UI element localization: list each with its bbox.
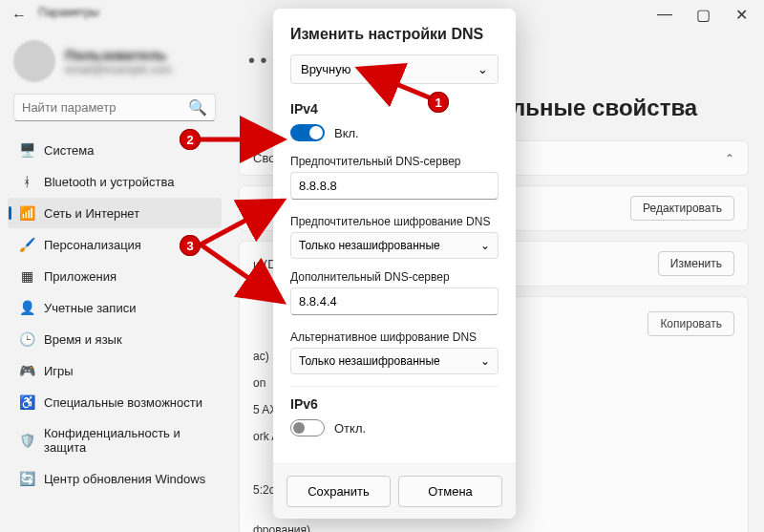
divider xyxy=(290,386,499,387)
search-input[interactable] xyxy=(22,100,188,115)
back-button[interactable]: ← xyxy=(0,2,38,29)
sidebar-item-label: Специальные возможности xyxy=(44,395,202,410)
minimize-icon: — xyxy=(657,6,672,23)
maximize-icon: ▢ xyxy=(696,6,711,24)
update-icon: 🔄 xyxy=(19,471,34,486)
ipv4-toggle[interactable] xyxy=(290,124,325,141)
sidebar-item-apps[interactable]: ▦Приложения xyxy=(8,261,222,291)
sidebar-item-label: Игры xyxy=(44,364,74,378)
ipv4-toggle-label: Вкл. xyxy=(334,126,359,140)
accounts-icon: 👤 xyxy=(19,300,34,315)
avatar xyxy=(13,40,55,82)
sidebar-item-update[interactable]: 🔄Центр обновления Windows xyxy=(8,463,222,494)
network-icon: 📶 xyxy=(19,205,34,221)
sidebar-item-label: Система xyxy=(44,143,94,158)
select-value: Только незашифрованные xyxy=(299,354,440,368)
cancel-button[interactable]: Отмена xyxy=(398,476,502,507)
dns-mode-combo[interactable]: Вручную ⌄ xyxy=(290,54,499,84)
sidebar-item-accounts[interactable]: 👤Учетные записи xyxy=(8,292,222,323)
chevron-down-icon: ⌄ xyxy=(480,354,490,368)
search-box[interactable]: 🔍 xyxy=(13,94,216,121)
bluetooth-icon: ᚼ xyxy=(19,174,34,189)
sidebar-item-access[interactable]: ♿Специальные возможности xyxy=(8,387,222,417)
time-icon: 🕒 xyxy=(19,331,34,347)
chevron-down-icon: ⌄ xyxy=(478,62,488,76)
privacy-icon: 🛡️ xyxy=(19,433,34,448)
select-value: Только незашифрованные xyxy=(299,239,440,252)
maximize-button[interactable]: ▢ xyxy=(684,1,722,28)
annotation-badge-3: 3 xyxy=(180,235,201,256)
sidebar-item-label: Приложения xyxy=(44,269,117,284)
annotation-badge-2: 2 xyxy=(180,129,201,150)
detail-label: фрования) xyxy=(253,523,310,532)
sidebar-item-games[interactable]: 🎮Игры xyxy=(8,355,222,386)
sidebar-item-label: Время и язык xyxy=(44,332,122,347)
back-icon: ← xyxy=(11,7,27,24)
games-icon: 🎮 xyxy=(19,363,34,378)
sidebar-nav: 🖥️СистемаᚼBluetooth и устройства📶Сеть и … xyxy=(8,135,222,494)
sidebar-item-bluetooth[interactable]: ᚼBluetooth и устройства xyxy=(8,166,222,197)
window-title: Параметры xyxy=(38,6,99,19)
system-icon: 🖥️ xyxy=(19,142,34,158)
detail-label: ас) xyxy=(253,350,269,363)
sidebar-item-label: Персонализация xyxy=(44,238,141,252)
sidebar-item-label: Bluetooth и устройства xyxy=(44,175,174,189)
combo-value: Вручную xyxy=(301,62,350,76)
close-button[interactable]: ✕ xyxy=(722,1,760,28)
search-icon: 🔍 xyxy=(188,98,207,117)
dialog-title: Изменить настройки DNS xyxy=(290,26,499,43)
primary-enc-select[interactable]: Только незашифрованные ⌄ xyxy=(290,232,499,259)
chevron-down-icon: ⌄ xyxy=(480,239,490,252)
sidebar-item-label: Учетные записи xyxy=(44,301,136,315)
change-button[interactable]: Изменить xyxy=(658,251,734,276)
primary-dns-label: Предпочтительный DNS-сервер xyxy=(290,155,499,168)
sidebar-item-privacy[interactable]: 🛡️Конфиденциальность и защита xyxy=(8,418,222,462)
sidebar-item-label: Конфиденциальность и защита xyxy=(44,426,210,455)
profile-mail: email@example.com xyxy=(65,63,172,76)
ipv6-toggle-label: Откл. xyxy=(334,421,366,436)
sidebar-item-network[interactable]: 📶Сеть и Интернет xyxy=(8,198,222,228)
primary-enc-label: Предпочтительное шифрование DNS xyxy=(290,215,499,228)
sidebar-item-label: Центр обновления Windows xyxy=(44,472,205,486)
chevron-up-icon: ⌃ xyxy=(725,152,734,165)
minimize-button[interactable]: — xyxy=(646,1,684,28)
dns-dialog: Изменить настройки DNS Вручную ⌄ IPv4 Вк… xyxy=(273,9,516,519)
save-button[interactable]: Сохранить xyxy=(286,476,391,507)
access-icon: ♿ xyxy=(19,394,34,410)
ipv6-heading: IPv6 xyxy=(290,396,499,412)
dialog-footer: Сохранить Отмена xyxy=(273,463,516,519)
detail-label: on xyxy=(253,376,265,390)
edit-button[interactable]: Редактировать xyxy=(630,196,734,221)
sidebar: Пользователь email@example.com 🔍 🖥️Систе… xyxy=(0,29,229,532)
profile-name: Пользователь xyxy=(65,47,172,63)
ipv6-toggle[interactable] xyxy=(290,419,325,436)
secondary-enc-label: Альтернативное шифрование DNS xyxy=(290,330,499,344)
secondary-enc-select[interactable]: Только незашифрованные ⌄ xyxy=(290,348,499,374)
profile-block[interactable]: Пользователь email@example.com xyxy=(8,36,222,94)
secondary-dns-input[interactable] xyxy=(290,287,499,315)
personalize-icon: 🖌️ xyxy=(19,237,34,252)
ipv4-heading: IPv4 xyxy=(290,101,499,117)
copy-button[interactable]: Копировать xyxy=(647,311,734,336)
secondary-dns-label: Дополнительный DNS-сервер xyxy=(290,270,499,284)
sidebar-item-label: Сеть и Интернет xyxy=(44,206,139,221)
detail-row: фрования) xyxy=(253,517,734,532)
sidebar-item-time[interactable]: 🕒Время и язык xyxy=(8,324,222,354)
apps-icon: ▦ xyxy=(19,268,34,284)
close-icon: ✕ xyxy=(735,6,748,24)
primary-dns-input[interactable] xyxy=(290,172,499,200)
annotation-badge-1: 1 xyxy=(428,92,449,113)
